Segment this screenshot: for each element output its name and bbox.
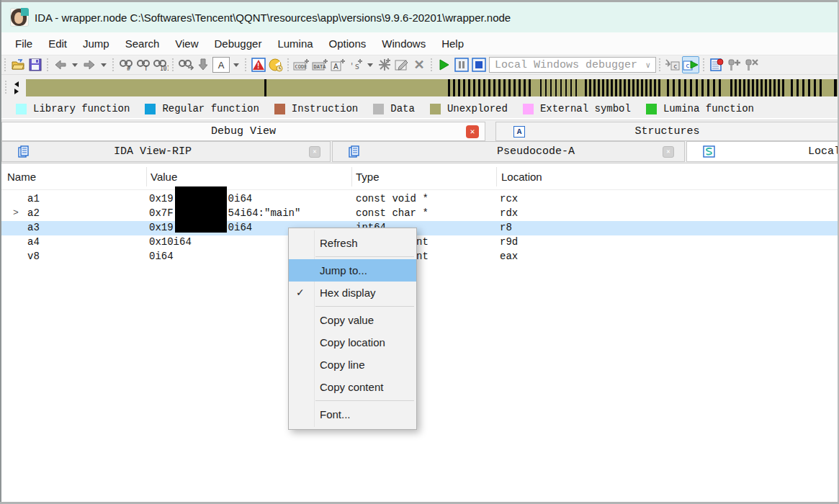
tab-pseudocode-a[interactable]: Pseudocode-A ✕: [332, 141, 685, 162]
jump-back-icon[interactable]: [53, 57, 68, 73]
toolbar-grip[interactable]: [702, 58, 706, 71]
context-menu-item[interactable]: Jump to...: [289, 259, 416, 282]
toolbar-grip[interactable]: [171, 58, 175, 71]
menu-item[interactable]: Edit: [40, 35, 75, 53]
locals-tab-icon: [703, 145, 715, 158]
close-tab-icon[interactable]: ✕: [309, 146, 320, 158]
toolbar-grip[interactable]: [46, 58, 50, 71]
menu-item[interactable]: Search: [117, 35, 168, 53]
context-menu-item[interactable]: Refresh: [289, 232, 416, 254]
column-header-type[interactable]: Type: [356, 171, 380, 183]
expand-chevron-icon[interactable]: >: [13, 207, 19, 218]
tab-label: Debug View: [211, 125, 276, 138]
row-location: r8: [500, 222, 512, 233]
make-data-button[interactable]: DATA: [312, 57, 329, 73]
menu-item[interactable]: File: [7, 35, 40, 53]
breakpoint-list-button[interactable]: [709, 57, 724, 73]
navband-grip[interactable]: [4, 81, 8, 94]
toolbar-grip[interactable]: [4, 58, 7, 71]
close-tab-icon[interactable]: ✕: [663, 146, 674, 158]
navband-legend: Library function Regular function Instru…: [1, 99, 839, 118]
menu-item[interactable]: Options: [321, 35, 374, 53]
jump-forward-icon[interactable]: [81, 57, 97, 73]
menu-item[interactable]: Windows: [374, 35, 434, 53]
text-view-dropdown-icon[interactable]: [233, 63, 239, 67]
context-menu-item[interactable]: Copy content: [289, 376, 416, 398]
continue-process-button[interactable]: [436, 57, 452, 73]
legend-color-swatch: [523, 104, 534, 114]
svg-text:c: c: [673, 63, 677, 70]
tab-structures[interactable]: A Structures: [495, 122, 839, 141]
jump-down-icon[interactable]: [195, 57, 211, 73]
search-address-button[interactable]: #: [118, 57, 134, 73]
make-dropdown-icon[interactable]: [367, 63, 373, 67]
legend-item: Data: [373, 103, 415, 114]
search-next-button[interactable]: [178, 57, 194, 73]
navigation-band[interactable]: [26, 79, 839, 96]
legend-item: Instruction: [274, 103, 358, 114]
column-header-value[interactable]: Value: [151, 171, 177, 183]
context-menu-item[interactable]: ✓ Hex display: [289, 282, 416, 304]
patch-button[interactable]: [377, 57, 392, 73]
table-row[interactable]: a4 0x10i64 unsigned int r9d: [1, 235, 838, 250]
legend-color-swatch: [16, 104, 27, 114]
context-menu-item[interactable]: Copy location: [289, 331, 416, 354]
tab-ida-view-rip[interactable]: IDA View-RIP ✕: [1, 141, 331, 162]
navband-arrows[interactable]: [14, 81, 23, 94]
context-menu-item[interactable]: Copy line: [289, 354, 416, 376]
run-until-return-button[interactable]: c: [682, 56, 699, 73]
jump-forward-dropdown-icon[interactable]: [101, 63, 107, 67]
stop-process-button[interactable]: [471, 57, 487, 73]
search-binary-button[interactable]: 101: [153, 57, 169, 73]
legend-item: External symbol: [523, 103, 631, 114]
save-button[interactable]: [27, 57, 43, 73]
tab-label: Locals: [808, 145, 839, 158]
make-name-button[interactable]: A: [331, 57, 346, 73]
add-breakpoint-button[interactable]: [726, 57, 742, 73]
make-code-button[interactable]: CODE: [293, 57, 310, 73]
table-row[interactable]: a3 0x190i64 int64 r8: [1, 221, 838, 235]
menu-item[interactable]: Lumina: [269, 35, 320, 53]
row-name: v8: [27, 251, 40, 262]
menu-item[interactable]: Debugger: [207, 35, 270, 53]
tab-locals[interactable]: Locals: [686, 141, 839, 162]
tab-debug-view[interactable]: Debug View ✕: [1, 122, 485, 141]
title-bar[interactable]: IDA - wrapper.node C:\Softwares\Tencent\…: [1, 2, 838, 32]
delete-breakpoint-button[interactable]: [743, 57, 759, 73]
menu-item[interactable]: Help: [434, 35, 472, 53]
toolbar-grip[interactable]: [244, 58, 248, 71]
menu-item[interactable]: View: [167, 35, 206, 53]
document-icon: [18, 145, 30, 158]
table-row[interactable]: v8 0i64 unsigned int eax: [1, 250, 838, 264]
undefine-button[interactable]: ✕: [411, 57, 427, 73]
close-tab-icon[interactable]: ✕: [466, 125, 479, 138]
toolbar-grip[interactable]: [430, 58, 434, 71]
toolbar-grip[interactable]: [658, 58, 662, 71]
debugger-select[interactable]: Local Windows debugger ∨: [489, 57, 656, 73]
menu-item[interactable]: Jump: [75, 35, 117, 53]
table-row[interactable]: > a2 0x7F54i64:″main″ const char * rdx: [1, 207, 838, 221]
table-row[interactable]: a1 0x190i64 const void * rcx: [1, 192, 838, 207]
svg-text:T: T: [144, 65, 148, 71]
problems-button[interactable]: !: [251, 57, 266, 73]
legend-label: Library function: [33, 103, 130, 114]
jump-back-dropdown-icon[interactable]: [72, 63, 78, 67]
svg-text:CODE: CODE: [295, 64, 308, 70]
attach-process-button[interactable]: c: [665, 57, 681, 73]
make-string-button[interactable]: 's: [348, 57, 364, 73]
column-header-name[interactable]: Name: [7, 171, 36, 183]
open-file-button[interactable]: [10, 57, 26, 73]
lumina-history-button[interactable]: [268, 57, 284, 73]
pause-process-button[interactable]: [454, 57, 470, 73]
column-header-location[interactable]: Location: [501, 171, 542, 183]
row-location: rdx: [500, 207, 518, 219]
toolbar-grip[interactable]: [287, 58, 290, 71]
legend-color-swatch: [430, 104, 441, 114]
search-text-button[interactable]: T: [135, 57, 151, 73]
legend-item: Library function: [16, 103, 130, 114]
toolbar-grip[interactable]: [112, 58, 115, 71]
context-menu-item[interactable]: Font...: [289, 403, 416, 426]
text-view-button[interactable]: A: [212, 57, 230, 73]
context-menu-item[interactable]: Copy value: [289, 309, 416, 331]
edit-comment-button[interactable]: [394, 57, 410, 73]
